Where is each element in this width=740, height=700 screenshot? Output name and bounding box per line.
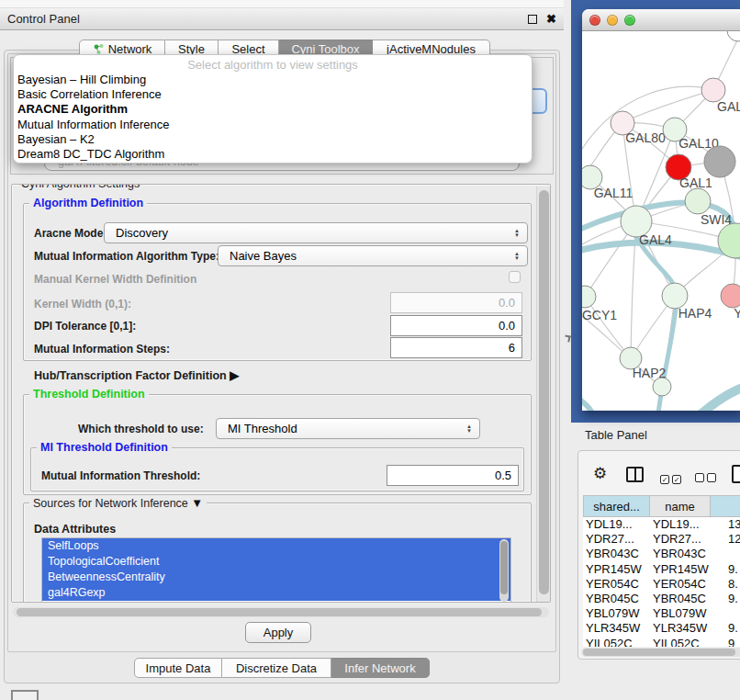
table-row[interactable]: YDL19...YDL19...13 [583,517,740,532]
table-row[interactable]: YBR043CYBR043C [583,547,740,561]
document-icon[interactable] [732,465,740,483]
table-row[interactable]: YIL052CYIL052C9 [583,637,740,648]
aracne-mode-combo[interactable]: Discovery ▲▼ [104,222,528,243]
node-small[interactable] [653,378,671,396]
attribute-item[interactable]: BetweennessCentrality [42,570,510,585]
split-columns-icon[interactable] [626,467,644,482]
network-canvas[interactable]: GALGAL80GAL10GAL11GAL1SWI4GAL4GCY1HAP4YH… [582,31,740,411]
table-cell: YER054C [653,577,706,592]
minimized-panel-icon[interactable] [11,690,39,700]
table-cell: YBL079W [653,606,707,621]
attributes-list-scrollbar[interactable] [499,539,509,602]
stepper-arrows-icon: ▲▼ [514,252,520,261]
node-label-gal1: GAL1 [679,175,712,190]
close-icon[interactable]: ✖ [546,15,556,24]
mi-threshold-value: 0.5 [495,469,511,482]
sources-group-title[interactable]: Sources for Network Inference ▼ [29,496,207,510]
minimize-traffic-light-icon[interactable] [607,15,618,26]
gear-icon[interactable]: ⚙ [593,466,607,481]
table-cell: YDR27... [653,532,701,547]
apply-button[interactable]: Apply [245,622,311,643]
algorithm-option[interactable]: Bayesian – Hill Climbing [14,73,532,87]
mi-steps-field[interactable]: 6 [390,337,522,358]
algorithm-option[interactable]: Basic Correlation Inference [14,87,532,102]
node-gal1[interactable] [685,188,711,214]
bottom-tab-bar: Impute DataDiscretize DataInfer Network [134,658,430,678]
attribute-item[interactable]: SelfLoops [42,538,510,554]
mi-threshold-field[interactable]: 0.5 [387,465,519,486]
algorithm-option[interactable]: Bayesian – K2 [14,132,532,147]
settings-vertical-scrollbar[interactable] [536,186,550,602]
settings-horizontal-scrollbar[interactable] [13,607,549,617]
tab-infer-network[interactable]: Infer Network [331,658,430,678]
kernel-width-field[interactable]: 0.0 [390,292,522,313]
table-row[interactable]: YLR345WYLR345W9. [583,621,740,636]
table-cell: 9. [728,621,738,636]
table-row[interactable]: YBR045CYBR045C9. [583,592,740,606]
node-label-gal80: GAL80 [625,130,666,145]
table-row[interactable]: YER054CYER054C8. [583,577,740,592]
mi-type-combo[interactable]: Naive Bayes ▲▼ [218,245,528,266]
aracne-mode-value: Discovery [116,226,168,240]
attribute-item[interactable]: TopologicalCoefficient [42,554,510,570]
column-header[interactable]: name [650,495,711,517]
column-header[interactable]: shared... [583,495,650,517]
table-panel-title: Table Panel [585,428,647,442]
node-label-swi4: SWI4 [701,212,732,227]
manual-kernel-label: Manual Kernel Width Definition [34,273,196,286]
network-window[interactable]: GALGAL80GAL10GAL11GAL1SWI4GAL4GCY1HAP4YH… [582,9,740,411]
hub-definition-toggle[interactable]: Hub/Transcription Factor Definition ▶ [34,368,239,382]
table-rows: YDL19...YDL19...13YDR27...YDR27...12YBR0… [583,517,740,647]
column-header[interactable] [711,495,740,517]
mi-type-label: Mutual Information Algorithm Type: [34,250,219,263]
node-hap4[interactable] [662,283,688,309]
dpi-tolerance-label: DPI Tolerance [0,1]: [34,320,136,333]
table-cell: YIL052C [586,637,633,648]
network-window-titlebar[interactable] [582,9,740,31]
kernel-width-label: Kernel Width (0,1): [34,298,131,310]
tab-impute-data[interactable]: Impute Data [134,658,222,678]
network-edge-thick [582,397,597,411]
table-cell: 9. [728,562,738,577]
node-top-partial[interactable] [727,31,740,41]
cyni-algorithm-settings-group: Cyni Algorithm Settings Algorithm Defini… [11,184,551,603]
dpi-tolerance-value: 0.0 [499,319,515,333]
manual-kernel-checkbox[interactable] [509,271,521,283]
network-edge [585,297,631,358]
table-row[interactable]: YDR27...YDR27...12 [583,532,740,547]
window-top-strip [0,0,564,8]
node-label-gal: GAL [717,99,740,114]
node-y-cut[interactable] [721,284,740,308]
table-row[interactable]: YPR145WYPR145W9. [583,562,740,577]
algorithm-option[interactable]: Dream8 DC_TDC Algorithm [14,147,532,162]
chevron-right-icon: ▶ [230,368,239,382]
table-cell: YPR145W [586,562,642,577]
algorithm-option[interactable]: ARACNE Algorithm [14,102,532,117]
which-threshold-combo[interactable]: MI Threshold ▲▼ [216,418,480,439]
algorithm-dropdown-popup: Select algorithm to view settings Bayesi… [13,54,533,164]
attribute-item[interactable]: gal4RGexp [42,585,510,601]
deselect-all-checkboxes-icon[interactable] [695,469,719,486]
close-traffic-light-icon[interactable] [589,15,600,26]
mi-steps-value: 6 [509,341,515,355]
table-horizontal-scrollbar[interactable] [581,648,740,657]
table-cell: 9 [728,637,734,648]
table-cell: YBR043C [653,547,706,561]
table-row[interactable]: YBL079WYBL079W [583,606,740,621]
mi-threshold-definition-title: MI Threshold Definition [37,441,172,454]
select-all-checkboxes-icon[interactable]: ✓✓ [660,469,684,486]
node-gcy1[interactable] [582,286,596,308]
table-cell: YER054C [586,577,639,592]
node-label-y: Y [734,306,740,321]
tab-discretize-data[interactable]: Discretize Data [222,658,331,678]
float-window-icon[interactable] [528,15,537,24]
dpi-tolerance-field[interactable]: 0.0 [390,315,522,336]
zoom-traffic-light-icon[interactable] [624,15,635,26]
algorithm-option[interactable]: Mutual Information Inference [14,118,532,132]
data-attributes-list[interactable]: SelfLoopsTopologicalCoefficientBetweenne… [41,537,511,603]
table-cell: 12 [728,532,740,547]
mouse-cursor [564,334,570,342]
table-cell: YBL079W [586,606,640,621]
table-cell: YBR043C [586,547,639,561]
node-gray[interactable] [704,146,735,177]
